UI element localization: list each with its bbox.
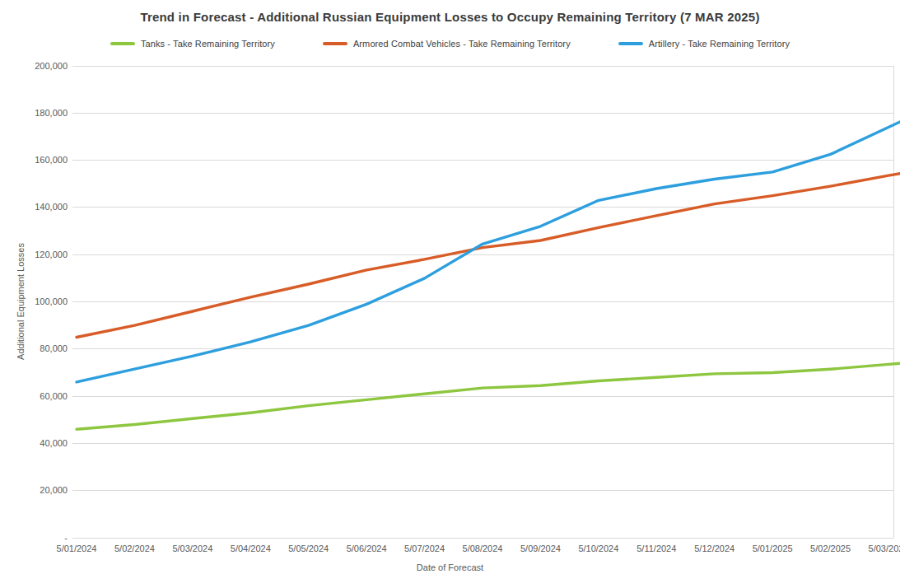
series-line-tanks [77, 363, 900, 429]
y-axis-title: Additional Equipment Losses [16, 243, 26, 360]
series-line-artillery [77, 122, 900, 382]
series-lines-layer [0, 0, 900, 588]
forecast-line-chart: Trend in Forecast - Additional Russian E… [0, 0, 900, 588]
series-line-acv [77, 174, 900, 338]
x-axis-title: Date of Forecast [0, 562, 900, 572]
